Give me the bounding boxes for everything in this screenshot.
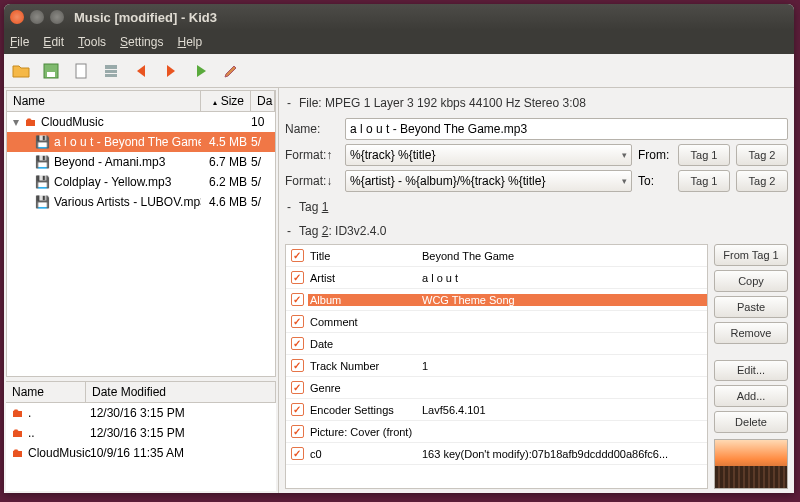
menu-settings[interactable]: Settings	[120, 35, 163, 49]
folder-icon: 🖿	[12, 446, 24, 460]
minimize-icon[interactable]	[30, 10, 44, 24]
name-label: Name:	[285, 122, 339, 136]
checkbox-icon[interactable]	[291, 249, 304, 262]
tag-row[interactable]: Encoder SettingsLavf56.4.101	[286, 399, 707, 421]
menu-help[interactable]: Help	[177, 35, 202, 49]
disk-icon: 💾	[35, 175, 50, 189]
menu-file[interactable]: File	[10, 35, 29, 49]
checkbox-icon[interactable]	[291, 425, 304, 438]
add-button[interactable]: Add...	[714, 385, 788, 407]
checkbox-icon[interactable]	[291, 447, 304, 460]
tag-row[interactable]: AlbumWCG Theme Song	[286, 289, 707, 311]
tag-row[interactable]: Genre	[286, 377, 707, 399]
file-row[interactable]: 💾Various Artists - LUBOV.mp34.6 MB5/	[7, 192, 275, 212]
tag-row[interactable]: c0163 key(Don't modify):07b18afb9dcddd00…	[286, 443, 707, 465]
file-row[interactable]: 💾Coldplay - Yellow.mp36.2 MB5/	[7, 172, 275, 192]
tag-side-buttons: From Tag 1 Copy Paste Remove Edit... Add…	[714, 244, 788, 489]
svg-rect-4	[105, 70, 117, 73]
dir-row[interactable]: 🖿..12/30/16 3:15 PM	[6, 423, 276, 443]
checkbox-icon[interactable]	[291, 359, 304, 372]
from-label: From:	[638, 148, 672, 162]
tag1-section[interactable]: Tag 1	[285, 196, 788, 216]
delete-button[interactable]: Delete	[714, 411, 788, 433]
format-dn-combo[interactable]: %{artist} - %{album}/%{track} %{title}	[345, 170, 632, 192]
revert-icon[interactable]	[70, 60, 92, 82]
folder-icon: 🖿	[12, 406, 24, 420]
tree-folder[interactable]: ▾🖿CloudMusic 10	[7, 112, 275, 132]
svg-rect-3	[105, 65, 117, 69]
cover-art[interactable]	[714, 439, 788, 489]
dir-row[interactable]: 🖿.12/30/16 3:15 PM	[6, 403, 276, 423]
tag-grid[interactable]: TitleBeyond The GameArtista l o u tAlbum…	[285, 244, 708, 489]
save-icon[interactable]	[40, 60, 62, 82]
checkbox-icon[interactable]	[291, 271, 304, 284]
name-input[interactable]	[345, 118, 788, 140]
folder-icon: 🖿	[12, 426, 24, 440]
svg-rect-2	[76, 64, 86, 78]
dir-row[interactable]: 🖿CloudMusic10/9/16 11:35 AM	[6, 443, 276, 463]
bcol-name[interactable]: Name	[6, 382, 86, 402]
titlebar[interactable]: Music [modified] - Kid3	[4, 4, 794, 30]
right-panel: File: MPEG 1 Layer 3 192 kbps 44100 Hz S…	[279, 88, 794, 493]
checkbox-icon[interactable]	[291, 315, 304, 328]
disk-icon: 💾	[35, 155, 50, 169]
menu-edit[interactable]: Edit	[43, 35, 64, 49]
checkbox-icon[interactable]	[291, 381, 304, 394]
to-tag1-button[interactable]: Tag 1	[678, 170, 730, 192]
checkbox-icon[interactable]	[291, 337, 304, 350]
svg-rect-1	[47, 72, 55, 77]
from-tag1-button[interactable]: Tag 1	[678, 144, 730, 166]
close-icon[interactable]	[10, 10, 24, 24]
format-dn-label: Format:↓	[285, 174, 339, 188]
file-row[interactable]: 💾Beyond - Amani.mp36.7 MB5/	[7, 152, 275, 172]
open-icon[interactable]	[10, 60, 32, 82]
next-icon[interactable]	[160, 60, 182, 82]
play-icon[interactable]	[190, 60, 212, 82]
dir-list[interactable]: Name Date Modified 🖿.12/30/16 3:15 PM🖿..…	[6, 381, 276, 491]
paste-button[interactable]: Paste	[714, 296, 788, 318]
format-up-label: Format:↑	[285, 148, 339, 162]
tag-row[interactable]: Picture: Cover (front)	[286, 421, 707, 443]
maximize-icon[interactable]	[50, 10, 64, 24]
col-name[interactable]: Name	[7, 91, 201, 111]
tag2-section[interactable]: Tag 2: ID3v2.4.0	[285, 220, 788, 240]
disk-icon: 💾	[35, 195, 50, 209]
select-all-icon[interactable]	[100, 60, 122, 82]
to-tag2-button[interactable]: Tag 2	[736, 170, 788, 192]
remove-button[interactable]: Remove	[714, 322, 788, 344]
col-date[interactable]: Da	[251, 91, 275, 111]
prev-icon[interactable]	[130, 60, 152, 82]
col-size[interactable]: ▴ Size	[201, 91, 251, 111]
copy-button[interactable]: Copy	[714, 270, 788, 292]
checkbox-icon[interactable]	[291, 293, 304, 306]
folder-icon: 🖿	[25, 115, 37, 129]
file-tree[interactable]: Name ▴ Size Da ▾🖿CloudMusic 10 💾a l o u …	[6, 90, 276, 377]
settings-icon[interactable]	[220, 60, 242, 82]
toolbar	[4, 54, 794, 88]
from-tag1-side[interactable]: From Tag 1	[714, 244, 788, 266]
bcol-date[interactable]: Date Modified	[86, 382, 276, 402]
edit-button[interactable]: Edit...	[714, 360, 788, 382]
window-title: Music [modified] - Kid3	[74, 10, 217, 25]
menubar: File Edit Tools Settings Help	[4, 30, 794, 54]
left-panel: Name ▴ Size Da ▾🖿CloudMusic 10 💾a l o u …	[4, 88, 279, 493]
tag-row[interactable]: TitleBeyond The Game	[286, 245, 707, 267]
format-up-combo[interactable]: %{track} %{title}	[345, 144, 632, 166]
tag-row[interactable]: Date	[286, 333, 707, 355]
app-window: Music [modified] - Kid3 File Edit Tools …	[4, 4, 794, 493]
tag-row[interactable]: Comment	[286, 311, 707, 333]
disk-icon: 💾	[35, 135, 50, 149]
tag-row[interactable]: Artista l o u t	[286, 267, 707, 289]
file-row[interactable]: 💾a l o u t - Beyond The Game.mp34.5 MB5/	[7, 132, 275, 152]
file-info: File: MPEG 1 Layer 3 192 kbps 44100 Hz S…	[285, 94, 788, 114]
tag-row[interactable]: Track Number1	[286, 355, 707, 377]
checkbox-icon[interactable]	[291, 403, 304, 416]
svg-rect-5	[105, 74, 117, 77]
menu-tools[interactable]: Tools	[78, 35, 106, 49]
from-tag2-button[interactable]: Tag 2	[736, 144, 788, 166]
to-label: To:	[638, 174, 672, 188]
